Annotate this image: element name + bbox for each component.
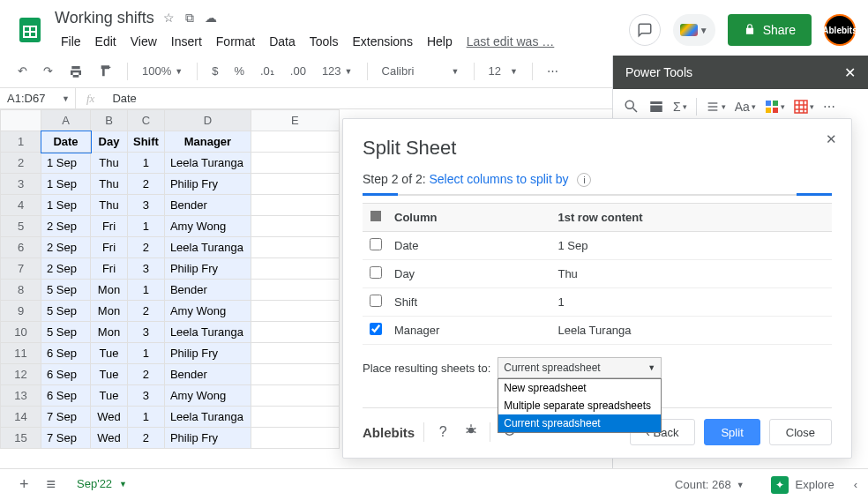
cell[interactable] [251, 237, 339, 258]
cell[interactable]: 7 Sep [41, 428, 91, 449]
cell[interactable]: Mon [91, 280, 128, 301]
collapse-icon[interactable]: ‹ [854, 478, 857, 491]
cell[interactable]: 5 Sep [41, 322, 91, 343]
comments-icon[interactable] [629, 14, 661, 46]
cell[interactable]: 6 Sep [41, 385, 91, 407]
paint-format-icon[interactable] [94, 61, 118, 82]
move-icon[interactable]: ⧉ [185, 11, 194, 26]
row-header[interactable]: 2 [1, 153, 41, 174]
number-format-select[interactable]: 123▼ [317, 61, 358, 81]
row-header[interactable]: 11 [1, 343, 41, 364]
spreadsheet-grid[interactable]: A B C D E 1 Date Day Shift Manager 2 1 S… [0, 109, 340, 449]
close-icon[interactable]: ✕ [844, 64, 856, 81]
cell[interactable] [251, 174, 339, 195]
cell[interactable]: Tue [91, 343, 128, 364]
cell[interactable]: 2 [128, 301, 165, 322]
cell[interactable]: Leela Turanga [164, 153, 251, 174]
dropdown-option[interactable]: Multiple separate spreadsheets [498, 397, 661, 414]
bug-icon[interactable] [461, 423, 481, 441]
split-button[interactable]: Split [704, 419, 760, 445]
cell[interactable]: 1 Sep [41, 153, 91, 174]
cloud-icon[interactable]: ☁ [205, 11, 217, 26]
column-checkbox[interactable] [370, 295, 382, 307]
row-header[interactable]: 6 [1, 237, 41, 258]
col-header[interactable]: D [164, 110, 251, 131]
cell[interactable]: Philip Fry [164, 343, 251, 364]
tool-icon[interactable]: Aa▾ [735, 100, 756, 114]
row-header[interactable]: 4 [1, 195, 41, 216]
step-link[interactable]: Select columns to split by [430, 172, 569, 186]
cell[interactable]: 2 Sep [41, 237, 91, 258]
cell[interactable]: 1 [128, 407, 165, 428]
cell[interactable]: Philip Fry [164, 174, 251, 195]
cell[interactable]: Bender [164, 364, 251, 385]
cell[interactable] [251, 280, 339, 301]
place-select[interactable]: Current spreadsheet ▼ New spreadsheet Mu… [498, 357, 662, 378]
cell[interactable]: Wed [91, 407, 128, 428]
name-box[interactable]: A1:D67▼ [0, 88, 76, 108]
cell[interactable] [251, 195, 339, 216]
cell[interactable]: 1 Sep [41, 174, 91, 195]
cell[interactable]: Leela Turanga [164, 237, 251, 258]
last-edit-link[interactable]: Last edit was … [460, 31, 561, 52]
row-header[interactable]: 10 [1, 322, 41, 343]
menu-edit[interactable]: Edit [89, 31, 123, 52]
cell[interactable] [251, 428, 339, 449]
cell[interactable]: 2 [128, 237, 165, 258]
cell[interactable] [251, 216, 339, 237]
cell[interactable]: Fri [91, 216, 128, 237]
tool-icon[interactable]: ▾ [706, 100, 726, 114]
cell[interactable]: Leela Turanga [164, 407, 251, 428]
cell[interactable]: Thu [91, 174, 128, 195]
cell[interactable]: Bender [164, 195, 251, 216]
close-button[interactable]: Close [769, 419, 832, 445]
column-checkbox[interactable] [370, 323, 382, 335]
cell[interactable]: Mon [91, 322, 128, 343]
cell[interactable]: Amy Wong [164, 216, 251, 237]
tool-icon[interactable]: ▾ [765, 100, 785, 114]
font-size-select[interactable]: 12▼ [483, 61, 523, 81]
star-icon[interactable]: ☆ [163, 11, 175, 26]
cell[interactable]: 2 [128, 364, 165, 385]
cell[interactable]: 2 [128, 174, 165, 195]
zoom-select[interactable]: 100%▼ [137, 61, 188, 81]
add-sheet-icon[interactable]: + [11, 470, 38, 499]
cell[interactable]: Fri [91, 258, 128, 280]
row-header[interactable]: 15 [1, 428, 41, 449]
cell[interactable]: 3 [128, 258, 165, 280]
sheet-tab[interactable]: Sep'22▼ [64, 470, 139, 499]
row-header[interactable]: 7 [1, 258, 41, 280]
dropdown-option[interactable]: Current spreadsheet [498, 414, 661, 432]
tool-icon[interactable] [648, 99, 664, 115]
info-icon[interactable]: i [577, 173, 591, 187]
cell[interactable]: Amy Wong [164, 385, 251, 407]
cell[interactable] [251, 407, 339, 428]
col-header[interactable]: C [128, 110, 165, 131]
cell[interactable]: Fri [91, 237, 128, 258]
cell[interactable]: 2 [128, 428, 165, 449]
menu-tools[interactable]: Tools [303, 31, 345, 52]
cell[interactable]: Tue [91, 364, 128, 385]
row-header[interactable]: 12 [1, 364, 41, 385]
help-icon[interactable]: ? [433, 424, 453, 440]
cell[interactable]: Bender [164, 280, 251, 301]
menu-insert[interactable]: Insert [165, 31, 208, 52]
share-button[interactable]: Share [728, 14, 812, 46]
cell[interactable]: Day [91, 131, 128, 153]
column-checkbox[interactable] [370, 238, 382, 250]
menu-view[interactable]: View [124, 31, 163, 52]
row-header[interactable]: 1 [1, 131, 41, 153]
cell[interactable]: 1 [128, 343, 165, 364]
menu-format[interactable]: Format [210, 31, 261, 52]
cell[interactable]: Philip Fry [164, 428, 251, 449]
column-checkbox[interactable] [370, 266, 382, 279]
cell[interactable]: 2 Sep [41, 258, 91, 280]
doc-title[interactable]: Working shifts [55, 9, 154, 27]
cell[interactable]: 5 Sep [41, 301, 91, 322]
dropdown-option[interactable]: New spreadsheet [498, 379, 661, 397]
cell[interactable] [251, 343, 339, 364]
col-header[interactable]: E [251, 110, 339, 131]
tool-icon[interactable]: Σ▾ [673, 100, 687, 114]
font-select[interactable]: Calibri▼ [377, 61, 465, 81]
cell[interactable]: Leela Turanga [164, 322, 251, 343]
